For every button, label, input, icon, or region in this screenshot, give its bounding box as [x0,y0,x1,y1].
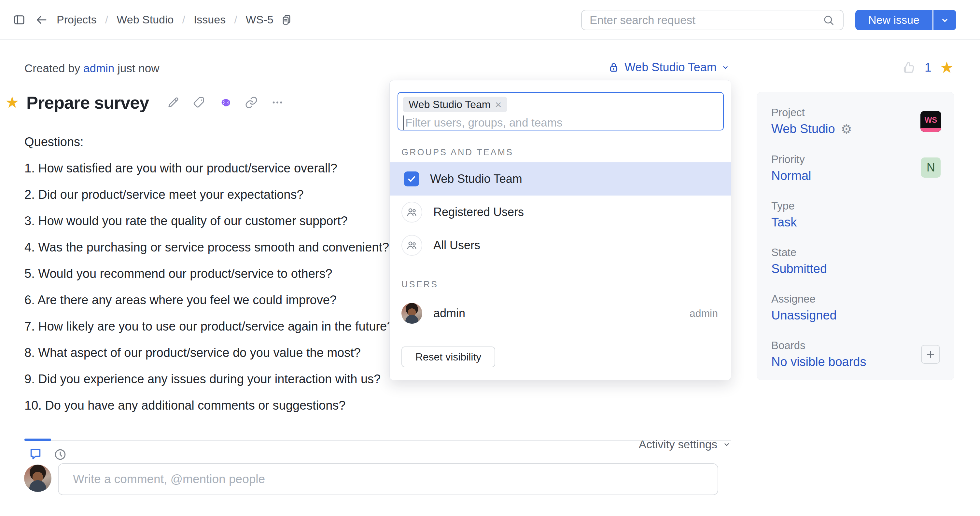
tab-history-clock-icon[interactable] [53,448,67,461]
activity-settings-label: Activity settings [639,438,717,451]
add-board-button[interactable] [921,345,940,364]
group-row-label: Web Studio Team [430,172,522,186]
checkbox-checked-icon[interactable] [404,171,419,186]
groups-section-header: GROUPS AND TEAMS [401,148,514,157]
project-label: Project [771,106,805,119]
filter-input[interactable]: Web Studio Team × Filter users, groups, … [398,92,724,130]
top-header: Projects / Web Studio / Issues / WS-5 Ne… [0,0,980,40]
user-name: admin [433,306,465,320]
global-search [581,10,843,30]
assignee-value[interactable]: Unassigned [771,308,837,322]
starred-icon[interactable]: ★ [940,60,954,76]
boards-value[interactable]: No visible boards [771,355,866,369]
visibility-label: Web Studio Team [624,60,717,74]
created-by-text: Created by [24,62,80,75]
search-input[interactable] [590,14,822,27]
sidebar-toggle-icon[interactable] [13,13,26,27]
tab-comments-icon[interactable] [28,446,43,461]
priority-value[interactable]: Normal [771,169,811,183]
visibility-dropdown-trigger[interactable]: Web Studio Team [608,60,730,74]
visibility-popup: Web Studio Team × Filter users, groups, … [390,80,731,380]
chip-remove-icon[interactable]: × [495,98,501,111]
label-tag-icon[interactable] [192,96,206,109]
new-issue-button[interactable]: New issue [855,10,932,30]
breadcrumb-issues[interactable]: Issues [194,13,226,26]
search-icon[interactable] [822,14,835,27]
back-arrow-icon[interactable] [35,13,48,27]
breadcrumb-issue-id[interactable]: WS-5 [246,13,274,26]
priority-badge: N [921,157,940,178]
created-by-user-link[interactable]: admin [83,62,114,75]
new-issue-split-button: New issue [855,10,956,30]
type-value[interactable]: Task [771,215,797,229]
project-value[interactable]: Web Studio ⚙ [771,122,852,136]
project-badge-text: WS [925,116,937,125]
state-value[interactable]: Submitted [771,262,827,276]
breadcrumb-project[interactable]: Web Studio [116,13,173,26]
plus-icon [925,349,936,360]
group-row-web-studio-team[interactable]: Web Studio Team [390,162,731,195]
edit-pencil-icon[interactable] [166,96,180,109]
gear-icon[interactable]: ⚙ [841,123,852,135]
breadcrumb-separator: / [182,13,185,26]
favorite-star-icon[interactable]: ★ [5,95,19,110]
comment-box [58,463,718,495]
users-group-icon [401,235,422,256]
page-title: Prepare survey [26,92,149,113]
more-actions-icon[interactable] [270,96,284,109]
state-label: State [771,246,796,259]
lock-icon [608,61,620,73]
user-avatar [401,303,422,324]
group-row-label: All Users [433,238,480,252]
filter-placeholder: Filter users, groups, and teams [405,116,562,129]
chevron-down-icon [721,63,730,71]
boards-label: Boards [771,339,805,352]
comment-input[interactable] [73,472,703,486]
created-by-line: Created by admin just now [24,62,159,75]
assignee-label: Assignee [771,293,816,305]
activity-tabbar-divider [24,440,731,441]
priority-label: Priority [771,153,805,166]
activity-settings-dropdown[interactable]: Activity settings [639,438,731,451]
text-caret [403,116,404,130]
active-tab-indicator [24,438,51,441]
users-section-header: USERS [401,279,438,289]
created-time-text: just now [114,62,159,75]
new-issue-dropdown-button[interactable] [934,10,956,30]
thumbs-up-icon[interactable] [901,60,916,75]
copy-link-icon[interactable] [245,96,258,109]
chevron-down-icon [722,440,731,449]
project-link[interactable]: Web Studio [771,122,835,136]
breadcrumb-separator: / [105,13,108,26]
group-row-registered-users[interactable]: Registered Users [390,195,731,229]
user-account: admin [690,308,718,319]
ai-assistant-icon[interactable] [218,96,232,109]
current-user-avatar [24,465,51,492]
user-row-admin[interactable]: admin admin [390,298,731,329]
star-count: 1 [925,61,931,75]
reset-visibility-button[interactable]: Reset visibility [401,346,495,367]
chevron-down-icon [940,15,950,25]
chip-label: Web Studio Team [409,98,490,111]
group-row-label: Registered Users [433,205,524,219]
group-row-all-users[interactable]: All Users [390,229,731,262]
project-icon-badge[interactable]: WS [920,111,941,132]
issue-properties-panel: Project Web Studio ⚙ WS Priority Normal … [757,92,954,380]
selected-chip: Web Studio Team × [403,97,507,112]
breadcrumb-projects[interactable]: Projects [57,13,97,26]
copy-id-icon[interactable] [280,13,293,26]
new-issue-label: New issue [868,14,920,26]
reactions-area: 1 ★ [901,60,954,76]
popup-divider [390,333,731,333]
type-label: Type [771,200,795,212]
users-group-icon [401,202,422,222]
breadcrumb-separator: / [234,13,237,26]
doc-line: 10. Do you have any additional comments … [24,392,731,419]
